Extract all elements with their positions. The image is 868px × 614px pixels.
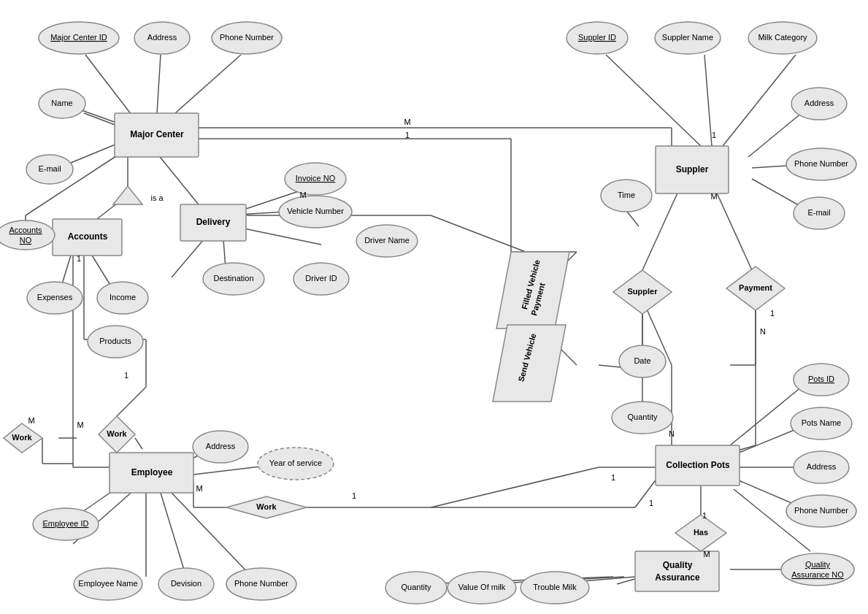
entity-suppler-label: Suppler [676, 164, 709, 174]
svg-line-10 [234, 226, 321, 245]
attr-qa-no-label2: Assurance NO [791, 570, 844, 579]
attr-time-label: Time [618, 191, 635, 199]
svg-line-42 [704, 55, 712, 146]
attr-suppler-email-label: E-mail [807, 208, 830, 217]
svg-line-26 [161, 493, 186, 577]
attr-expenses-label: Expenses [37, 293, 73, 302]
cardinality-n-payment: N [760, 327, 766, 336]
attr-employee-address-label: Address [206, 442, 236, 450]
attr-date-label: Date [634, 356, 650, 365]
cardinality-m-work-left2: M [28, 416, 34, 425]
attr-qa-trouble-label: Trouble Milk [533, 583, 577, 591]
relationship-has-label: Has [694, 528, 708, 537]
svg-line-75 [635, 478, 657, 507]
cardinality-1-accounts: 1 [77, 254, 81, 263]
attr-qa-value-label: Value Of milk [458, 583, 506, 591]
svg-line-34 [135, 438, 142, 449]
entity-quality-assurance-label: Quality [663, 560, 693, 570]
attr-products-label: Products [99, 337, 131, 345]
attr-year-of-service-label: Year of service [269, 458, 322, 467]
svg-line-41 [606, 55, 701, 146]
svg-line-48 [715, 190, 752, 270]
svg-line-82 [431, 467, 599, 507]
attr-driver-name-label: Driver Name [364, 236, 410, 245]
cardinality-1-work-bottom: 1 [352, 491, 356, 500]
attr-milk-category-label: Milk Category [758, 33, 807, 42]
er-diagram: Major Center Accounts Delivery Employee … [0, 0, 868, 614]
attr-pots-address-label: Address [807, 462, 837, 471]
cardinality-m-top: M [404, 118, 410, 126]
cardinality-m-work-left: M [77, 421, 83, 429]
cardinality-m-work-bottom: M [196, 484, 202, 493]
attr-major-center-address-label: Address [147, 33, 177, 42]
attr-suppler-address-label: Address [804, 99, 834, 107]
svg-line-1 [157, 55, 161, 113]
svg-line-43 [723, 55, 796, 146]
attr-invoice-no-label: Invoice NO [296, 174, 336, 183]
entity-delivery-label: Delivery [196, 217, 231, 227]
cardinality-1-suppler: 1 [712, 131, 716, 139]
entity-major-center-label: Major Center [130, 129, 184, 139]
attr-devision-label: Devision [171, 579, 201, 588]
entity-employee-label: Employee [131, 467, 173, 477]
attr-qa-no-label: Quality [805, 560, 831, 569]
isa-triangle [113, 186, 142, 204]
attr-employee-name-label: Employee Name [78, 579, 137, 588]
cardinality-1-top: 1 [405, 131, 410, 139]
attr-suppler-quantity-label: Quantity [628, 412, 658, 421]
cardinality-m-suppler: M [710, 192, 717, 201]
svg-line-40 [117, 387, 146, 416]
attr-vehicle-number-label: Vehicle Number [287, 207, 344, 215]
cardinality-1-payment: 1 [770, 309, 775, 318]
attr-destination-label: Destination [213, 274, 253, 283]
attr-major-center-email-label: E-mail [38, 164, 61, 173]
attr-major-center-phone-label: Phone Number [220, 33, 274, 42]
attr-pots-phone-label: Phone Number [794, 506, 848, 515]
attr-pots-id-label: Pots ID [808, 375, 834, 383]
attr-employee-id-label: Employee ID [43, 519, 89, 528]
relationship-suppler-label: Suppler [628, 287, 658, 296]
attr-accounts-no-label: Accounts [9, 226, 42, 234]
cardinality-1-products: 1 [124, 371, 128, 380]
cardinality-m-delivery: M [299, 191, 306, 199]
attr-accounts-no-label2: NO [20, 236, 32, 245]
attr-suppler-phone-label: Phone Number [794, 159, 848, 168]
attr-suppler-name-label: Suppler Name [662, 33, 713, 42]
cardinality-m-has: M [703, 550, 710, 559]
svg-line-2 [175, 55, 241, 113]
attr-driver-id-label: Driver ID [305, 274, 337, 283]
attr-qa-quantity-label: Quantity [402, 583, 431, 591]
relationship-payment-label: Payment [739, 283, 772, 292]
entity-quality-assurance-label2: Assurance [655, 572, 700, 583]
attr-major-center-name-label: Name [51, 99, 72, 107]
cardinality-n-collection: N [669, 429, 675, 438]
attr-suppler-id-label: Suppler ID [578, 33, 616, 42]
svg-line-8 [157, 153, 204, 212]
attr-employee-phone-label: Phone Number [234, 579, 288, 588]
relationship-work-top-label: Work [107, 429, 127, 438]
relationship-work-bottom-label: Work [256, 502, 277, 511]
relationship-work-left-label: Work [12, 433, 32, 442]
cardinality-1-collection-left: 1 [611, 473, 615, 482]
entity-accounts-label: Accounts [68, 231, 108, 242]
attr-major-center-id-label: Major Center ID [50, 33, 107, 42]
entity-collection-pots-label: Collection Pots [666, 460, 730, 470]
cardinality-1-collection-bottom: 1 [649, 499, 653, 507]
cardinality-1-has: 1 [702, 511, 707, 520]
attr-income-label: Income [110, 293, 136, 302]
attr-pots-name-label: Pots Name [802, 418, 841, 427]
isa-label: is a [150, 193, 164, 202]
